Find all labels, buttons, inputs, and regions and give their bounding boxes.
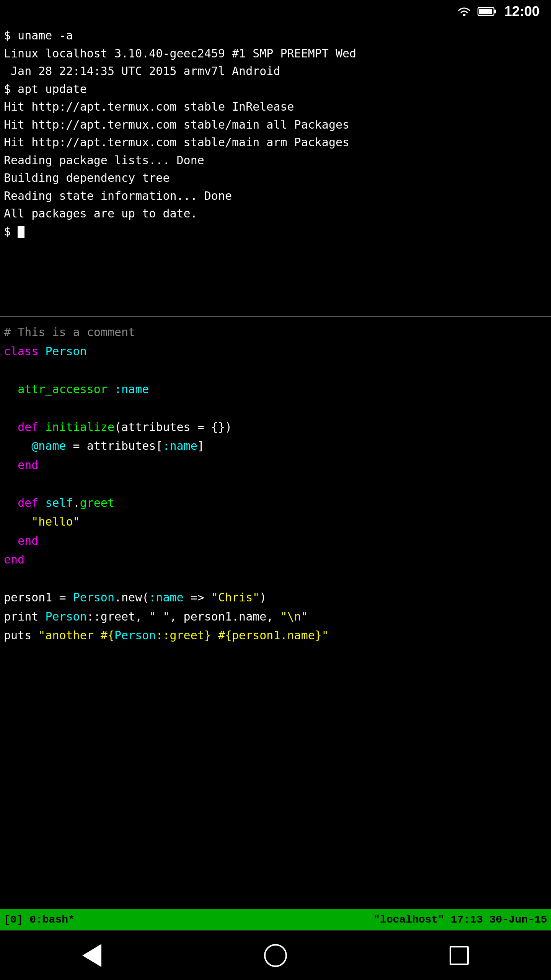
status-bar: 12:00 bbox=[0, 0, 551, 23]
back-button[interactable] bbox=[77, 940, 107, 971]
section-divider bbox=[0, 316, 551, 317]
svg-rect-3 bbox=[479, 9, 492, 14]
home-button[interactable] bbox=[260, 940, 291, 971]
status-icons bbox=[456, 6, 497, 17]
terminal-section[interactable]: $ uname -a Linux localhost 3.10.40-geec2… bbox=[0, 23, 551, 314]
wifi-icon bbox=[456, 6, 472, 17]
navigation-bar bbox=[0, 930, 551, 980]
tmux-status-right: "localhost" 17:13 30-Jun-15 bbox=[373, 914, 547, 926]
svg-rect-2 bbox=[494, 10, 496, 13]
tmux-status-bar: [0] 0:bash* "localhost" 17:13 30-Jun-15 bbox=[0, 909, 551, 930]
recent-button[interactable] bbox=[444, 940, 474, 971]
status-time: 12:00 bbox=[504, 3, 540, 20]
back-icon bbox=[82, 944, 101, 967]
terminal-output: $ uname -a Linux localhost 3.10.40-geec2… bbox=[4, 27, 547, 240]
battery-icon bbox=[478, 6, 497, 17]
recent-icon bbox=[450, 946, 469, 965]
code-output: # This is a comment class Person attr_ac… bbox=[4, 323, 547, 645]
svg-point-0 bbox=[463, 14, 465, 16]
home-icon bbox=[264, 944, 287, 967]
code-section[interactable]: # This is a comment class Person attr_ac… bbox=[0, 319, 551, 931]
tmux-status-left: [0] 0:bash* bbox=[4, 914, 75, 926]
